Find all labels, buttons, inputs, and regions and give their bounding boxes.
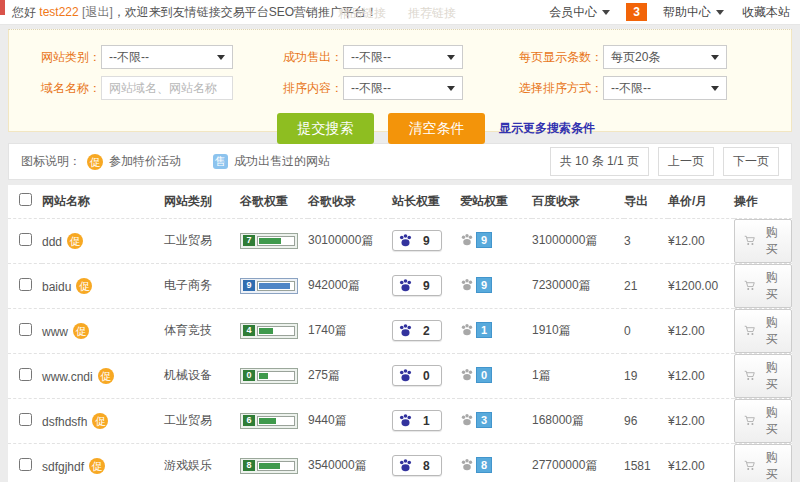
row-checkbox[interactable] [19,368,32,381]
site-category: 机械设备 [164,353,240,398]
sort-content-value: --不限-- [351,80,391,97]
per-page-select[interactable]: 每页20条 [603,45,727,69]
caret-down-icon [716,10,724,15]
site-name-link[interactable]: baidu [42,280,71,294]
col-chinaz-rank: 站长权重 [392,185,460,218]
table-row: www促 体育竞技 4 1740篇 2 [8,308,792,353]
buy-label: 购买 [761,314,782,348]
pr-bar-track [257,236,295,246]
export-count: 96 [624,398,668,443]
site-name-link[interactable]: dsfhdsfh [42,415,87,429]
promo-badge-icon: 促 [76,278,92,294]
google-index-count: 30100000篇 [308,218,392,263]
table-row: baidu促 电子商务 9 942000篇 9 [8,263,792,308]
site-name-link[interactable]: ddd [42,235,62,249]
sold-filter-select[interactable]: --不限-- [343,45,463,69]
next-page-button[interactable]: 下一页 [723,147,779,176]
paw-icon [398,323,413,338]
pr-bar-track [257,371,295,381]
google-index-count: 942000篇 [308,263,392,308]
corner-mark [0,0,5,15]
price-per-month: ¥12.00 [668,398,734,443]
sites-table-wrap: 网站名称 网站类别 谷歌权重 谷歌收录 站长权重 爱站权重 百度收录 导出 单价… [8,185,792,482]
help-center-menu[interactable]: 帮助中心 [663,4,724,21]
buy-button[interactable]: 购买 [734,354,792,398]
buy-button[interactable]: 购买 [734,399,792,443]
chinaz-rank-widget: 0 [392,365,442,386]
site-category-label: 网站类别： [9,49,101,66]
baidu-index-count: 27700000篇 [532,443,624,482]
paw-icon [460,233,474,247]
buy-button[interactable]: 购买 [734,309,792,353]
buy-label: 购买 [761,269,782,303]
col-site-name: 网站名称 [42,185,164,218]
table-row: sdfgjhdf促 游戏娱乐 8 3540000篇 8 [8,443,792,482]
domain-input[interactable] [101,76,233,100]
sold-filter-label: 成功售出： [233,49,343,66]
filter-buttons: 提交搜索 清空条件 显示更多搜索条件 [277,113,791,144]
greeting-prefix: 您好 [12,5,39,19]
sort-content-select[interactable]: --不限-- [343,76,463,100]
site-name-link[interactable]: www [42,325,68,339]
pr-bar-fill [259,373,268,379]
ghost-nav: 精品链接 推荐链接 [338,5,456,22]
pr-bar-track [257,461,295,471]
clear-filters-button[interactable]: 清空条件 [388,113,485,144]
chinaz-rank-value: 9 [423,279,430,293]
site-category-select[interactable]: --不限-- [101,45,233,69]
member-center-menu[interactable]: 会员中心 [549,4,610,21]
per-page-label: 每页显示条数： [463,49,603,66]
aizhan-rank-value: 3 [476,412,492,428]
pr-bar-track [257,281,295,291]
col-price: 单价/月 [668,185,734,218]
sort-method-select[interactable]: --不限-- [603,76,727,100]
pagination: 共 10 条 1/1 页 上一页 下一页 [550,147,779,176]
aizhan-rank-value: 8 [476,457,492,473]
col-export: 导出 [624,185,668,218]
row-checkbox[interactable] [19,233,32,246]
table-row: www.cndi促 机械设备 0 275篇 0 [8,353,792,398]
paw-icon [398,233,413,248]
baidu-index-count: 1910篇 [532,308,624,353]
page: 您好 test222 [退出]，欢迎来到友情链接交易平台SEO营销推广平台！ 精… [0,0,800,482]
export-count: 1581 [624,443,668,482]
caret-down-icon [447,55,455,60]
row-checkbox[interactable] [19,458,32,471]
table-row: ddd促 工业贸易 7 30100000篇 9 [8,218,792,263]
chinaz-rank-value: 1 [423,414,430,428]
caret-down-icon [711,86,719,91]
pr-value: 0 [243,370,255,381]
promo-badge-desc: 参加特价活动 [109,153,181,170]
google-pr-widget: 9 [240,278,298,294]
domain-label: 域名名称： [9,80,101,97]
google-index-count: 275篇 [308,353,392,398]
cart-icon [744,414,755,427]
more-filters-link[interactable]: 显示更多搜索条件 [499,120,595,137]
aizhan-rank-value: 9 [476,277,492,293]
buy-button[interactable]: 购买 [734,264,792,308]
promo-badge-icon: 促 [92,413,108,429]
buy-button[interactable]: 购买 [734,219,792,263]
google-pr-widget: 0 [240,368,298,384]
notification-badge[interactable]: 3 [626,3,647,21]
price-per-month: ¥1200.00 [668,263,734,308]
site-name-link[interactable]: sdfgjhdf [42,460,84,474]
site-name-link[interactable]: www.cndi [42,370,93,384]
chinaz-rank-value: 8 [423,459,430,473]
submit-search-button[interactable]: 提交搜索 [277,113,374,144]
logout-link[interactable]: [退出] [82,5,113,19]
row-checkbox[interactable] [19,413,32,426]
sites-table: 网站名称 网站类别 谷歌权重 谷歌收录 站长权重 爱站权重 百度收录 导出 单价… [8,185,792,482]
price-per-month: ¥12.00 [668,308,734,353]
favorite-link[interactable]: 收藏本站 [742,4,790,21]
google-index-count: 1740篇 [308,308,392,353]
favorite-label: 收藏本站 [742,4,790,21]
promo-badge-icon: 促 [73,323,89,339]
paw-icon [398,458,413,473]
per-page-value: 每页20条 [611,49,660,66]
row-checkbox[interactable] [19,323,32,336]
select-all-checkbox[interactable] [19,193,32,206]
buy-button[interactable]: 购买 [734,444,792,482]
row-checkbox[interactable] [19,278,32,291]
prev-page-button[interactable]: 上一页 [658,147,714,176]
